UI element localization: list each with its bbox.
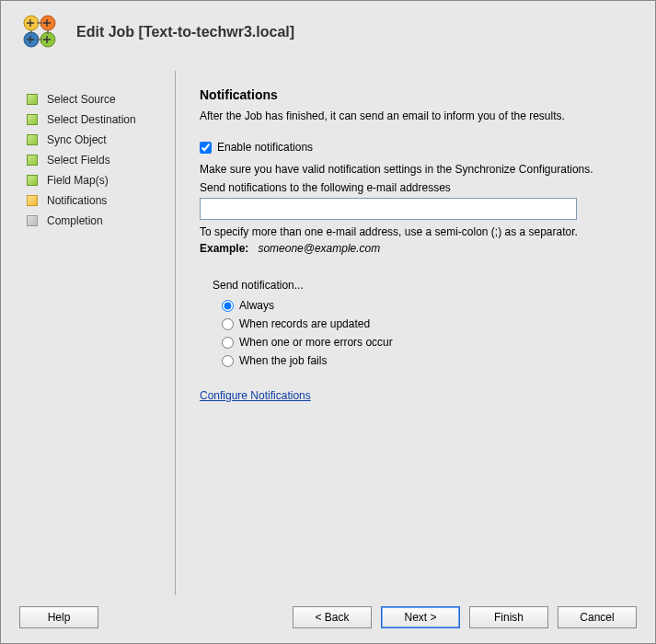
next-button[interactable]: Next >: [381, 606, 460, 628]
page-heading: Notifications: [200, 87, 618, 102]
enable-notifications-checkbox[interactable]: [200, 142, 212, 154]
step-done-icon: [27, 175, 38, 186]
radio-group-title: Send notification...: [213, 279, 618, 292]
send-notification-group: Send notification... Always When records…: [213, 279, 618, 367]
radio-label: When one or more errors occur: [239, 336, 393, 349]
radio-row-always: Always: [222, 299, 618, 312]
radio-records-updated[interactable]: [222, 318, 234, 330]
enable-notifications-row: Enable notifications: [200, 141, 618, 154]
dialog-header: Edit Job [Text-to-techwr3.local]: [1, 1, 655, 71]
radio-label: Always: [239, 299, 274, 312]
dialog-body: Select Source Select Destination Sync Ob…: [1, 71, 655, 595]
sidebar-item-label: Completion: [47, 214, 103, 227]
configure-notifications-link[interactable]: Configure Notifications: [200, 389, 311, 402]
radio-row-fails: When the job fails: [222, 354, 618, 367]
dialog-title: Edit Job [Text-to-techwr3.local]: [76, 24, 294, 40]
step-done-icon: [27, 155, 38, 166]
back-button[interactable]: < Back: [293, 606, 372, 628]
example-value: someone@example.com: [258, 242, 380, 255]
radio-errors-occur[interactable]: [222, 337, 234, 349]
sidebar-item-completion[interactable]: Completion: [27, 211, 166, 231]
sidebar-item-sync-object[interactable]: Sync Object: [27, 130, 166, 150]
radio-job-fails[interactable]: [222, 355, 234, 367]
step-inactive-icon: [27, 215, 38, 226]
email-field-label: Send notifications to the following e-ma…: [200, 181, 618, 194]
sidebar-item-label: Select Source: [47, 93, 116, 106]
sidebar-item-select-source[interactable]: Select Source: [27, 89, 166, 109]
radio-label: When records are updated: [239, 317, 370, 330]
finish-button[interactable]: Finish: [469, 606, 548, 628]
help-button[interactable]: Help: [19, 606, 98, 628]
step-done-icon: [27, 94, 38, 105]
example-row: Example: someone@example.com: [200, 242, 618, 255]
step-done-icon: [27, 114, 38, 125]
step-done-icon: [27, 134, 38, 145]
email-addresses-input[interactable]: [200, 198, 577, 220]
page-description: After the Job has finished, it can send …: [200, 109, 618, 122]
sidebar-item-field-maps[interactable]: Field Map(s): [27, 170, 166, 190]
radio-label: When the job fails: [239, 354, 327, 367]
sidebar-item-label: Sync Object: [47, 133, 107, 146]
step-current-icon: [27, 195, 38, 206]
multi-address-hint: To specify more than one e-mail address,…: [200, 225, 618, 238]
wizard-content: Notifications After the Job has finished…: [176, 71, 637, 595]
example-label: Example:: [200, 242, 248, 255]
enable-notifications-label: Enable notifications: [217, 141, 313, 154]
sidebar-item-select-fields[interactable]: Select Fields: [27, 150, 166, 170]
config-hint: Make sure you have valid notification se…: [200, 163, 618, 176]
edit-job-dialog: Edit Job [Text-to-techwr3.local] Select …: [0, 0, 656, 644]
radio-row-errors: When one or more errors occur: [222, 336, 618, 349]
sidebar-item-select-destination[interactable]: Select Destination: [27, 109, 166, 130]
cancel-button[interactable]: Cancel: [558, 606, 637, 628]
sidebar-item-label: Field Map(s): [47, 174, 109, 187]
sidebar-item-label: Notifications: [47, 194, 107, 207]
radio-row-updated: When records are updated: [222, 317, 618, 330]
radio-always[interactable]: [222, 300, 234, 312]
sidebar-item-label: Select Destination: [47, 113, 136, 126]
wizard-sidebar: Select Source Select Destination Sync Ob…: [19, 71, 176, 595]
sidebar-item-notifications[interactable]: Notifications: [27, 190, 166, 211]
dialog-footer: Help < Back Next > Finish Cancel: [1, 595, 655, 643]
sidebar-item-label: Select Fields: [47, 154, 110, 167]
app-logo-icon: [17, 10, 62, 54]
